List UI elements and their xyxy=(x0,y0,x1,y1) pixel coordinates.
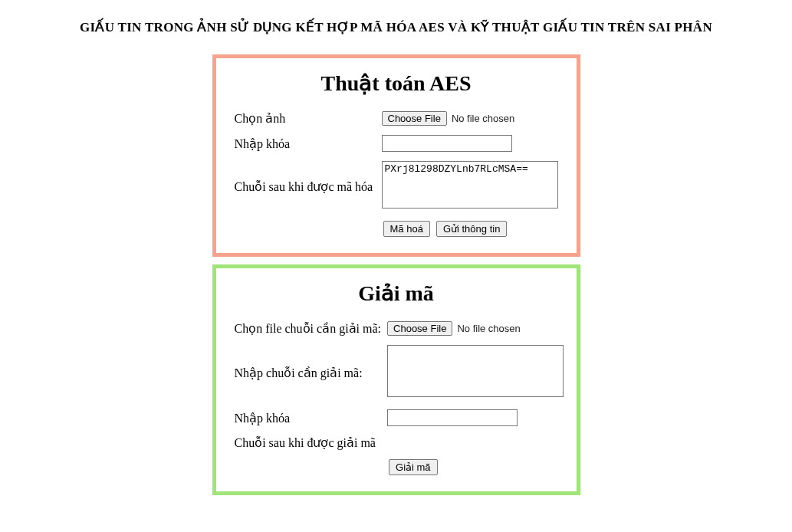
encode-heading: Thuật toán AES xyxy=(232,71,561,96)
page-title: GIẤU TIN TRONG ẢNH SỬ DỤNG KẾT HỢP MÃ HÓ… xyxy=(0,0,792,47)
choose-image-file-input[interactable]: Choose File No file chosen xyxy=(382,111,515,126)
encode-panel: Thuật toán AES Chọn ảnh Choose File No f… xyxy=(212,54,580,257)
encrypted-output-label: Chuỗi sau khi được mã hóa xyxy=(232,156,379,216)
decode-key-input[interactable] xyxy=(387,409,518,426)
encrypt-button[interactable]: Mã hoá xyxy=(383,221,430,237)
decrypted-output-value xyxy=(384,431,567,455)
decrypt-button[interactable]: Giải mã xyxy=(389,459,438,475)
decode-key-label: Nhập khóa xyxy=(232,405,385,431)
decode-input-string-textarea[interactable] xyxy=(387,345,564,397)
choose-decode-file-label: Chọn file chuỗi cần giải mã: xyxy=(232,317,385,340)
decrypted-output-label: Chuỗi sau khi được giải mã xyxy=(232,431,385,455)
no-file-chosen-text: No file chosen xyxy=(452,113,514,124)
no-file-chosen-text: No file chosen xyxy=(457,323,520,334)
encode-key-input[interactable] xyxy=(382,135,512,152)
decode-input-string-label: Nhập chuỗi cần giải mã: xyxy=(232,340,385,405)
choose-image-label: Chọn ảnh xyxy=(232,107,379,130)
encrypted-output-textarea[interactable]: PXrj8l298DZYLnb7RLcMSA== xyxy=(382,161,558,209)
encode-key-label: Nhập khóa xyxy=(232,130,379,156)
decode-heading: Giải mã xyxy=(232,281,561,306)
choose-decode-file-input[interactable]: Choose File No file chosen xyxy=(387,321,521,336)
send-info-button[interactable]: Gửi thông tin xyxy=(436,221,508,237)
decode-panel: Giải mã Chọn file chuỗi cần giải mã: Cho… xyxy=(212,264,580,495)
choose-file-button[interactable]: Choose File xyxy=(382,111,447,126)
choose-file-button[interactable]: Choose File xyxy=(387,321,452,336)
